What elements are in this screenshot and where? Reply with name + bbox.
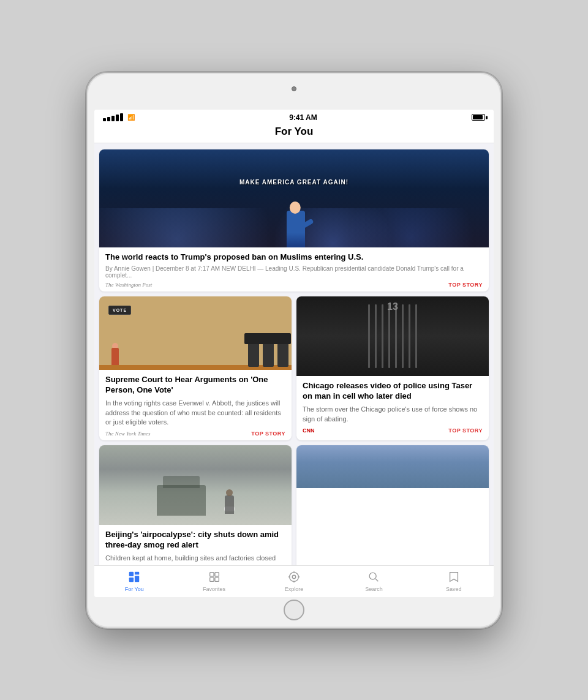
search-icon <box>366 570 381 584</box>
article-headline-4: Beijing's 'airpocalypse': city shuts dow… <box>105 530 285 551</box>
page-title-bar: For You <box>94 124 494 143</box>
svg-point-9 <box>292 575 296 579</box>
status-right <box>472 114 485 121</box>
article-summary-3: The storm over the Chicago police's use … <box>303 405 483 424</box>
nav-label-explore: Explore <box>285 586 304 592</box>
svg-line-15 <box>376 579 379 581</box>
article-footer-1: The Washington Post TOP STORY <box>105 282 483 288</box>
status-bar: 📶 9:41 AM <box>94 110 494 124</box>
nav-item-favorites[interactable]: Favorites <box>174 570 254 592</box>
status-left: 📶 <box>103 113 135 121</box>
nav-label-for-you: For You <box>125 586 144 592</box>
svg-rect-4 <box>209 572 213 576</box>
favorites-icon <box>207 570 222 584</box>
wifi-icon: 📶 <box>127 114 135 121</box>
bottom-nav: For You Favorites <box>94 565 494 597</box>
article-image-2: VOTE <box>99 296 292 370</box>
article-card-5[interactable] <box>296 445 489 565</box>
article-image-5 <box>296 445 489 488</box>
svg-rect-0 <box>129 571 134 576</box>
news-grid: The world reacts to Trump's proposed ban… <box>99 149 489 565</box>
article-image-1 <box>99 149 489 247</box>
article-source-3: CNN <box>303 427 315 434</box>
article-footer-3: CNN TOP STORY <box>303 427 483 434</box>
main-content[interactable]: The world reacts to Trump's proposed ban… <box>94 143 494 565</box>
nav-item-for-you[interactable]: For You <box>94 570 174 592</box>
saved-icon <box>447 570 461 584</box>
ipad-screen: 📶 9:41 AM For You <box>94 110 494 597</box>
home-button[interactable] <box>284 600 304 620</box>
article-footer-2: The New York Times TOP STORY <box>105 431 285 437</box>
svg-rect-6 <box>209 577 213 581</box>
article-headline-2: Supreme Court to Hear Arguments on 'One … <box>105 375 285 396</box>
ipad-frame: 📶 9:41 AM For You <box>86 72 502 629</box>
article-body-2: Supreme Court to Hear Arguments on 'One … <box>99 370 292 440</box>
article-badge-2: TOP STORY <box>251 431 285 437</box>
svg-rect-3 <box>135 576 139 582</box>
article-body-1: The world reacts to Trump's proposed ban… <box>99 247 489 292</box>
svg-point-8 <box>290 572 299 581</box>
battery-fill <box>473 115 483 119</box>
camera <box>292 86 296 91</box>
article-badge-1: TOP STORY <box>448 282 483 288</box>
svg-rect-7 <box>215 577 219 581</box>
status-time: 9:41 AM <box>289 113 317 122</box>
article-badge-3: TOP STORY <box>448 427 483 434</box>
article-summary-4: Children kept at home, building sites an… <box>105 554 285 565</box>
article-card-2[interactable]: VOTE Supreme Court to Hear Arguments on … <box>99 296 292 440</box>
signal-icon <box>103 113 123 121</box>
article-image-4 <box>99 445 292 525</box>
nav-label-saved: Saved <box>446 586 462 592</box>
nav-item-explore[interactable]: Explore <box>254 570 334 592</box>
article-byline-1: By Annie Gowen | December 8 at 7:17 AM N… <box>105 265 483 279</box>
nav-label-favorites: Favorites <box>203 586 225 592</box>
nav-item-search[interactable]: Search <box>334 570 413 592</box>
svg-rect-1 <box>135 571 139 574</box>
article-card-1[interactable]: The world reacts to Trump's proposed ban… <box>99 149 489 292</box>
article-source-1: The Washington Post <box>105 282 152 288</box>
battery-icon <box>472 114 485 121</box>
article-summary-2: In the voting rights case Evenwel v. Abb… <box>105 399 285 427</box>
article-source-2: The New York Times <box>105 431 150 437</box>
svg-rect-2 <box>129 577 134 581</box>
for-you-icon <box>127 570 141 584</box>
svg-rect-5 <box>215 572 219 576</box>
nav-label-search: Search <box>365 586 383 592</box>
nav-item-saved[interactable]: Saved <box>414 570 494 592</box>
article-card-4[interactable]: Beijing's 'airpocalypse': city shuts dow… <box>99 445 292 565</box>
article-image-3: 13 <box>296 296 489 376</box>
article-body-3: Chicago releases video of police using T… <box>296 376 489 437</box>
article-headline-1: The world reacts to Trump's proposed ban… <box>105 252 483 263</box>
svg-point-14 <box>370 573 377 579</box>
article-body-4: Beijing's 'airpocalypse': city shuts dow… <box>99 525 292 565</box>
explore-icon <box>287 570 301 584</box>
page-title: For You <box>275 126 314 137</box>
article-headline-3: Chicago releases video of police using T… <box>303 381 483 402</box>
article-card-3[interactable]: 13 <box>296 296 489 440</box>
